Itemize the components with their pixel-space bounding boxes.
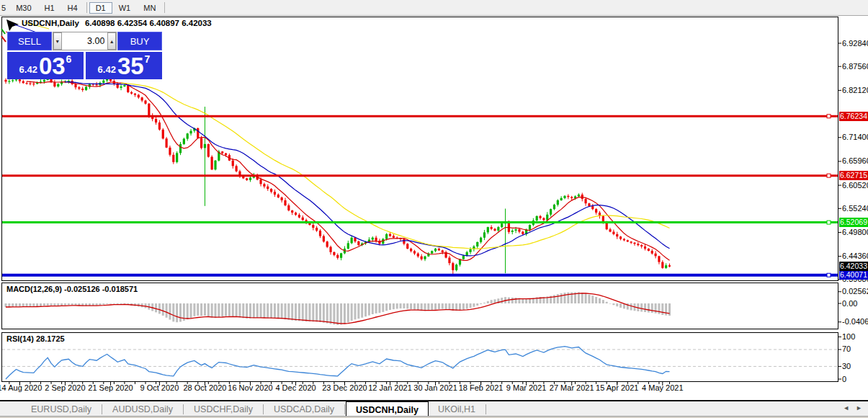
arrow-down-icon: ▼ [55,39,60,44]
price-tick-label: 6.82120 [842,86,868,94]
date-tick-label: 15 Apr 2021 [596,383,638,392]
tab-usdcad-daily[interactable]: USDCAD,Daily [264,401,344,417]
rsi-tick-label: 100 [842,332,855,341]
chart-header: USDCNH,Daily6.40898 6.42354 6.40897 6.42… [22,19,212,27]
tab-usdchf-daily[interactable]: USDCHF,Daily [184,401,262,417]
mt4-window: 5M30H1H4D1W1MN USDCNH,Daily6.40898 6.423… [0,0,868,418]
date-tick-label: 14 Aug 2020 [0,383,42,392]
timeframe-button-m30[interactable]: M30 [9,2,37,14]
rsi-title: RSI(14) 28.1725 [6,334,65,343]
tab-ukoil-h1[interactable]: UKOil,H1 [429,401,485,417]
volume-decrease-button[interactable]: ▼ [53,32,62,50]
symbol-title: USDCNH,Daily [22,19,79,27]
tab-usdcnh-daily[interactable]: USDCNH,Daily [346,401,429,417]
rsi-tick-label: 70 [842,344,851,353]
sell-price-sup: 6 [66,53,72,65]
tab-scroll-left-icon[interactable]: ◄ [843,404,849,412]
buy-price-prefix: 6.42 [98,64,116,75]
timeframe-button-h4[interactable]: H4 [61,2,84,14]
timeframe-button-mn[interactable]: MN [137,2,162,14]
current-price-label: 6.42033 [839,262,868,271]
price-tick-label: 6.49800 [842,228,868,236]
tab-audusd-daily[interactable]: AUDUSD,Daily [103,401,182,417]
volume-spinner: ▼ ▲ [53,32,117,50]
date-tick-label: 27 Mar 2021 [550,383,594,392]
level-price-label: 6.76234 [839,112,868,121]
volume-input[interactable] [62,32,108,50]
date-tick-label: 23 Dec 2020 [322,383,367,392]
timeframe-button-w1[interactable]: W1 [112,2,138,14]
date-tick-label: 12 Jan 2021 [368,383,412,392]
buy-price-big: 35 [117,55,144,78]
toolbar-separator [86,2,87,13]
price-tick-label: 6.71400 [842,133,868,141]
sell-button[interactable]: SELL [7,32,52,50]
price-tick-label: 6.55240 [842,204,868,213]
price-tick-label: 6.44360 [842,252,868,260]
tab-scroll-right-icon[interactable]: ► [856,404,862,412]
rsi-tick-label: 0 [842,375,846,383]
level-price-label: 6.52069 [839,218,868,227]
chart-tabs: EURUSD,DailyAUDUSD,DailyUSDCHF,DailyUSDC… [0,401,487,417]
date-tick-label: 18 Feb 2021 [459,383,504,392]
date-tick-label: 21 Sep 2020 [88,383,133,392]
macd-tick-label: 0.025623 [842,287,868,295]
chart-tabs-bar: EURUSD,DailyAUDUSD,DailyUSDCHF,DailyUSDC… [0,400,868,417]
timeframe-button-d1[interactable]: D1 [89,2,112,14]
trade-panel: SELL ▼ ▲ BUY 6.42036 6.42357 [7,32,162,79]
tab-separator [102,404,102,414]
sell-price-prefix: 6.42 [19,64,37,75]
tab-eurusd-daily[interactable]: EURUSD,Daily [22,401,101,417]
macd-title: MACD(12,26,9) -0.025126 -0.018571 [6,285,138,293]
buy-price-box[interactable]: 6.42357 [86,52,162,79]
date-tick-label: 9 Oct 2020 [140,383,179,392]
price-tick-label: 6.92840 [842,39,868,48]
tab-separator [486,404,486,414]
volume-increase-button[interactable]: ▲ [107,32,116,50]
toolbar-separator [164,2,165,13]
sell-price-big: 03 [39,55,66,78]
price-tick-label: 6.65960 [842,156,868,165]
sell-price-box[interactable]: 6.42036 [7,52,84,79]
macd-tick-label: -0.04068 [842,317,868,326]
price-tick-label: 6.87560 [842,62,868,71]
tab-separator [183,404,184,414]
level-price-label: 6.62715 [839,171,868,180]
level-price-label: 6.40071 [839,270,868,280]
timeframe-button-h1[interactable]: H1 [38,2,61,14]
date-tick-label: 9 Mar 2021 [506,383,547,392]
buy-price-sup: 7 [145,53,151,65]
price-tick-label: 6.60520 [842,181,868,190]
date-tick-label: 2 Sep 2020 [45,383,85,392]
date-tick-label: 30 Jan 2021 [413,383,457,392]
macd-tick-label: 0.00 [842,299,857,308]
rsi-panel[interactable] [1,332,838,382]
tab-separator [344,404,345,414]
ohlc-values: 6.40898 6.42354 6.40897 6.42033 [85,19,212,27]
timeframe-toolbar: 5M30H1H4D1W1MN [0,0,868,16]
date-tick-label: 28 Oct 2020 [183,383,226,392]
rsi-tick-label: 30 [842,362,851,370]
date-tick-label: 4 Dec 2020 [275,383,316,392]
arrow-up-icon: ▲ [109,39,115,44]
date-tick-label: 16 Nov 2020 [228,383,272,392]
timeframe-button-5[interactable]: 5 [0,2,9,14]
buy-button[interactable]: BUY [117,32,162,50]
tab-separator [263,404,264,414]
date-tick-label: 4 May 2021 [642,383,683,392]
